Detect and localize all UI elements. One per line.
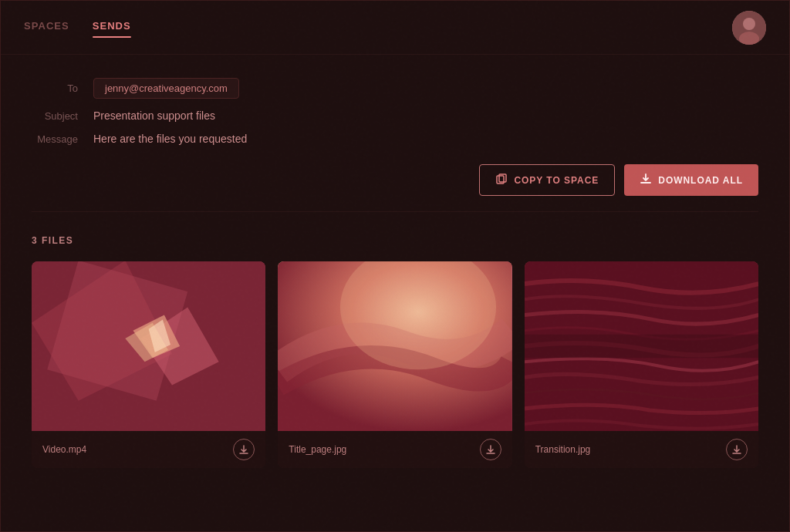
subject-label: Subject — [32, 110, 93, 122]
message-row: Message Here are the files you requested — [32, 133, 758, 145]
to-row: To jenny@creativeagency.com — [32, 78, 758, 99]
file-download-1[interactable] — [233, 439, 255, 460]
copy-icon — [495, 173, 508, 187]
download-all-button[interactable]: DOWNLOAD ALL — [624, 164, 758, 196]
copy-to-space-button[interactable]: COPY TO SPACE — [479, 164, 615, 196]
svg-point-1 — [743, 18, 755, 30]
compose-area: To jenny@creativeagency.com Subject Pres… — [32, 78, 758, 145]
to-label: To — [32, 82, 93, 94]
file-download-3[interactable] — [726, 439, 748, 460]
actions-row: COPY TO SPACE DOWNLOAD ALL — [32, 164, 758, 212]
thumbnail-2 — [278, 261, 511, 431]
to-value: jenny@creativeagency.com — [93, 78, 239, 99]
file-info-2: Title_page.jpg — [278, 431, 511, 468]
message-value: Here are the files you requested — [93, 133, 247, 145]
svg-rect-15 — [525, 335, 758, 358]
file-card-2[interactable]: Title_page.jpg — [278, 261, 511, 468]
file-download-2[interactable] — [480, 439, 501, 460]
thumbnail-3 — [525, 261, 758, 431]
file-name-3: Transition.jpg — [535, 444, 591, 455]
file-info-3: Transition.jpg — [525, 431, 758, 468]
file-name-2: Title_page.jpg — [289, 444, 346, 455]
download-icon — [640, 173, 652, 187]
thumbnail-1 — [32, 261, 265, 431]
subject-row: Subject Presentation support files — [32, 109, 758, 122]
main-content: To jenny@creativeagency.com Subject Pres… — [1, 55, 789, 491]
file-card-1[interactable]: Video.mp4 — [32, 261, 265, 468]
tab-sends[interactable]: SENDS — [93, 20, 131, 35]
avatar[interactable] — [732, 11, 766, 45]
files-count: 3 FILES — [32, 235, 758, 246]
file-card-3[interactable]: Transition.jpg — [525, 261, 758, 468]
subject-value: Presentation support files — [93, 109, 215, 122]
message-label: Message — [32, 133, 93, 145]
avatar-image — [732, 11, 766, 45]
nav-bar: SPACES SENDS — [1, 1, 789, 55]
nav-tabs: SPACES SENDS — [24, 20, 131, 35]
file-info-1: Video.mp4 — [32, 431, 265, 468]
tab-spaces[interactable]: SPACES — [24, 20, 69, 35]
files-section: 3 FILES — [32, 235, 758, 468]
app-container: SPACES SENDS To jenny@creativeagency.com… — [0, 0, 790, 532]
files-grid: Video.mp4 — [32, 261, 758, 468]
file-name-1: Video.mp4 — [42, 444, 86, 455]
copy-button-label: COPY TO SPACE — [514, 175, 599, 186]
download-button-label: DOWNLOAD ALL — [658, 175, 743, 186]
